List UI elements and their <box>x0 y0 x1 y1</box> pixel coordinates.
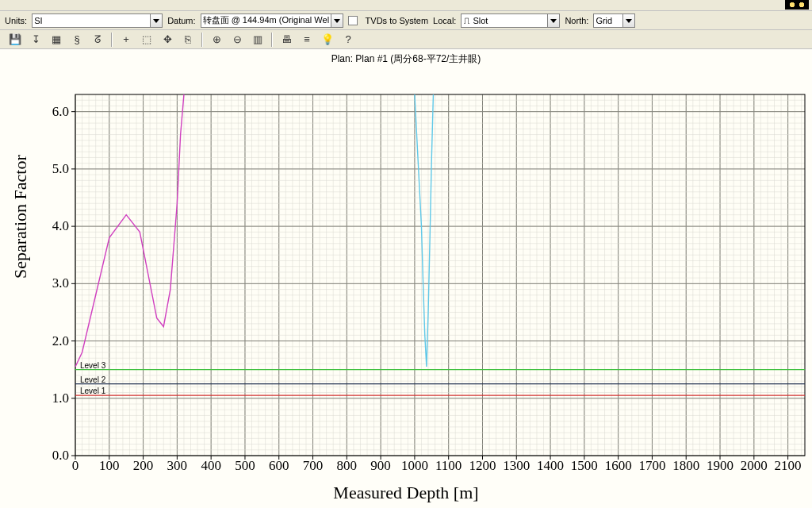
svg-text:1800: 1800 <box>672 458 699 473</box>
north-select[interactable] <box>593 13 635 28</box>
print-icon[interactable]: 🖶 <box>278 32 295 48</box>
svg-text:1200: 1200 <box>469 458 496 473</box>
units-label: Units: <box>5 16 27 25</box>
svg-text:600: 600 <box>269 458 289 473</box>
svg-text:1600: 1600 <box>605 458 632 473</box>
svg-text:1.0: 1.0 <box>52 391 69 406</box>
svg-rect-0 <box>75 94 805 456</box>
local-select[interactable]: ⎍ Slot <box>461 13 560 28</box>
zoom-in-icon[interactable]: ⊕ <box>208 32 225 48</box>
svg-text:1300: 1300 <box>503 458 530 473</box>
svg-text:800: 800 <box>337 458 358 473</box>
svg-text:Level 1: Level 1 <box>80 387 106 395</box>
menubar <box>0 0 812 11</box>
toolbar-main: Units: Datum: TVDs to System Local: ⎍ Sl… <box>0 11 812 30</box>
separator-icon <box>111 33 113 47</box>
tool-icon[interactable]: ≡ <box>298 32 316 48</box>
svg-text:2000: 2000 <box>741 458 768 473</box>
save-icon[interactable]: 💾 <box>6 32 24 48</box>
svg-text:0.0: 0.0 <box>52 448 69 463</box>
zoom-out-icon[interactable]: ⊖ <box>228 32 246 48</box>
copy-icon[interactable]: ⎘ <box>179 32 197 48</box>
svg-text:1000: 1000 <box>401 458 428 473</box>
svg-text:3.0: 3.0 <box>52 275 69 291</box>
chevron-down-icon[interactable] <box>331 13 343 28</box>
plot-area: Plan: Plan #1 (周分68-平72/主井眼) Separation … <box>0 49 812 508</box>
svg-text:700: 700 <box>303 458 324 473</box>
svg-text:Level 3: Level 3 <box>80 361 106 370</box>
open-icon[interactable]: ↧ <box>27 32 44 48</box>
units-select[interactable] <box>32 13 163 28</box>
units-value[interactable] <box>32 13 151 28</box>
svg-text:2100: 2100 <box>775 458 802 473</box>
crosshair-icon[interactable]: + <box>117 32 135 48</box>
toolbar-icons: 💾 ↧ ▦ § ᘔ + ⬚ ✥ ⎘ ⊕ ⊖ ▥ 🖶 ≡ 💡 ? <box>0 30 812 49</box>
separator-icon <box>271 33 273 47</box>
svg-text:500: 500 <box>235 458 255 473</box>
tvds-label: TVDs to System <box>366 16 428 25</box>
chart-icon[interactable]: ▥ <box>249 32 266 48</box>
svg-text:300: 300 <box>167 458 188 473</box>
svg-text:1100: 1100 <box>435 458 462 473</box>
datum-value[interactable] <box>201 13 331 28</box>
svg-text:2.0: 2.0 <box>52 333 69 348</box>
pan-icon[interactable]: ✥ <box>159 32 176 48</box>
svg-text:1900: 1900 <box>707 458 733 473</box>
datum-label: Datum: <box>167 16 195 25</box>
local-value: Slot <box>473 16 488 25</box>
svg-text:1400: 1400 <box>537 458 564 473</box>
svg-text:1700: 1700 <box>638 458 665 473</box>
svg-text:0: 0 <box>72 458 79 473</box>
svg-text:4.0: 4.0 <box>52 218 69 233</box>
separator-icon <box>201 33 203 47</box>
chart-svg: Level 1Level 2Level 30100200300400500600… <box>0 67 812 508</box>
chevron-down-icon[interactable] <box>151 13 163 28</box>
svg-text:200: 200 <box>133 458 154 473</box>
window-decor-icon <box>785 0 809 10</box>
svg-text:5.0: 5.0 <box>52 161 69 176</box>
svg-text:Level 2: Level 2 <box>80 375 106 384</box>
tvds-checkbox[interactable] <box>348 15 361 25</box>
tree-icon[interactable]: § <box>68 32 86 48</box>
slot-icon: ⎍ <box>464 15 469 26</box>
plot-title: Plan: Plan #1 (周分68-平72/主井眼) <box>0 49 812 66</box>
select-icon[interactable]: ⬚ <box>138 32 155 48</box>
north-label: North: <box>565 16 588 25</box>
axis-icon[interactable]: ᘔ <box>89 32 106 48</box>
grid-icon[interactable]: ▦ <box>48 32 65 48</box>
datum-select[interactable] <box>201 13 343 28</box>
help-icon[interactable]: ? <box>339 32 357 48</box>
lamp-icon[interactable]: 💡 <box>319 32 336 48</box>
svg-text:900: 900 <box>370 458 391 473</box>
svg-text:1500: 1500 <box>571 458 598 473</box>
svg-text:100: 100 <box>99 458 120 473</box>
local-label: Local: <box>433 16 456 25</box>
chevron-down-icon[interactable] <box>623 13 635 28</box>
north-value[interactable] <box>593 13 623 28</box>
svg-text:400: 400 <box>201 458 221 473</box>
svg-text:6.0: 6.0 <box>52 104 69 119</box>
chevron-down-icon[interactable] <box>548 13 560 28</box>
